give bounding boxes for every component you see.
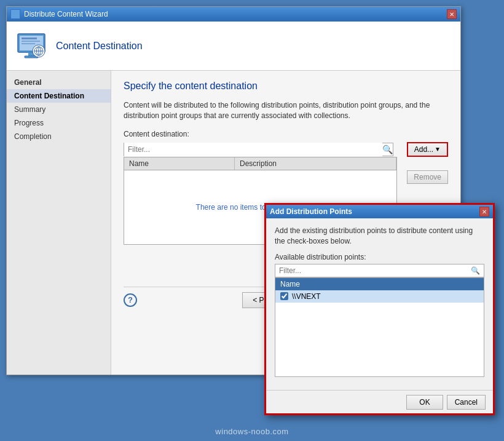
nav-item-progress[interactable]: Progress — [7, 116, 111, 130]
adp-table-header: Name — [275, 278, 484, 290]
content-title: Specify the content destination — [124, 81, 448, 92]
nav-item-general[interactable]: General — [7, 76, 111, 89]
adp-cancel-button[interactable]: Cancel — [447, 395, 486, 410]
content-description: Content will be distributed to the follo… — [124, 100, 448, 121]
adp-filter-input[interactable] — [275, 265, 467, 276]
adp-table: Name \\VNEXT — [275, 277, 484, 377]
adp-dialog-title: Add Distribution Points — [270, 207, 352, 216]
wizard-header-title: Content Destination — [56, 41, 143, 52]
adp-row-label: \\VNEXT — [292, 292, 321, 301]
nav-item-content-destination[interactable]: Content Destination — [7, 89, 111, 103]
nav-item-summary[interactable]: Summary — [7, 103, 111, 116]
adp-filter-search-icon: 🔍 — [467, 265, 484, 276]
titlebar-icon — [10, 9, 20, 19]
wizard-close-button[interactable]: ✕ — [447, 9, 457, 19]
filter-input[interactable] — [124, 143, 382, 156]
adp-row-checkbox[interactable] — [280, 292, 288, 300]
svg-rect-4 — [22, 43, 35, 44]
wizard-header: Content Destination — [7, 22, 460, 71]
svg-rect-3 — [22, 41, 40, 42]
adp-titlebar: Add Distribution Points ✕ — [266, 205, 493, 218]
adp-description: Add the existing distribution points to … — [275, 226, 484, 247]
add-dropdown-arrow[interactable]: ▼ — [435, 146, 441, 153]
adp-body: Add the existing distribution points to … — [266, 218, 493, 384]
add-button[interactable]: Add... ▼ — [407, 142, 448, 157]
adp-table-area: \\VNEXT — [275, 290, 484, 376]
adp-available-label: Available distribution points: — [275, 253, 484, 261]
header-icon — [15, 30, 47, 62]
titlebar-left: Distribute Content Wizard — [10, 9, 108, 19]
adp-close-button[interactable]: ✕ — [479, 207, 489, 217]
wizard-title: Distribute Content Wizard — [24, 10, 108, 18]
adp-table-row[interactable]: \\VNEXT — [275, 290, 484, 303]
content-destination-label: Content destination: — [124, 130, 448, 138]
col-name: Name — [124, 157, 235, 170]
svg-rect-2 — [22, 38, 37, 39]
wizard-titlebar: Distribute Content Wizard ✕ — [7, 7, 460, 22]
adp-footer: OK Cancel — [266, 390, 493, 413]
col-description: Description — [235, 157, 396, 170]
watermark: windows-noob.com — [215, 427, 288, 436]
adp-filter-row: 🔍 — [275, 264, 484, 277]
help-icon[interactable]: ? — [124, 293, 137, 307]
table-header: Name Description — [124, 157, 396, 170]
remove-button[interactable]: Remove — [407, 170, 448, 184]
filter-row: 🔍 Add... ▼ — [124, 142, 448, 157]
filter-search-icon: 🔍 — [382, 145, 393, 154]
wizard-nav: General Content Destination Summary Prog… — [7, 71, 111, 375]
nav-item-completion[interactable]: Completion — [7, 130, 111, 143]
adp-ok-button[interactable]: OK — [406, 395, 443, 410]
adp-dialog: Add Distribution Points ✕ Add the existi… — [264, 203, 495, 415]
